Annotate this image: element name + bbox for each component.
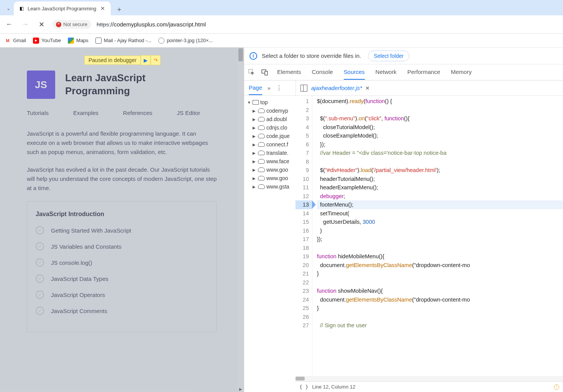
lesson-label: Getting Started With JavaScript: [51, 227, 131, 234]
file-tree: ▼ top ▶codemyp▶ad.doubl▶cdnjs.clo▶code.j…: [244, 96, 295, 392]
bookmarks-bar: MGmail YouTube Maps Mail - Ajay Rathod -…: [0, 34, 563, 48]
code-lines[interactable]: $(document).ready(function() { $(".sub-m…: [312, 96, 563, 376]
toggle-navigator-icon[interactable]: [300, 85, 307, 92]
not-secure-label: Not secure: [63, 21, 87, 27]
new-tab-button[interactable]: ＋: [113, 3, 125, 15]
nav-references[interactable]: References: [123, 110, 153, 116]
forward-button[interactable]: →: [20, 19, 31, 30]
tree-domain[interactable]: ▶connect.f: [246, 140, 294, 149]
stop-button[interactable]: ✕: [36, 19, 47, 30]
devtools-tab-elements[interactable]: Elements: [277, 65, 301, 80]
bookmark-mail[interactable]: Mail - Ajay Rathod -...: [95, 38, 151, 44]
tree-domain[interactable]: ▶codemyp: [246, 107, 294, 115]
lesson-label: JS console.log(): [51, 259, 92, 266]
tree-domain[interactable]: ▶www.gsta: [246, 182, 294, 191]
coverage-warning-icon[interactable]: !: [554, 384, 559, 390]
lesson-item[interactable]: Getting Started With JavaScript: [36, 226, 208, 235]
scroll-right-icon[interactable]: ▶: [238, 386, 244, 392]
tree-domain[interactable]: ▶www.goo: [246, 174, 294, 182]
back-button[interactable]: ←: [4, 19, 15, 30]
bookmark-gmail[interactable]: MGmail: [5, 38, 26, 44]
nav-tutorials[interactable]: Tutorials: [27, 110, 49, 116]
check-circle-icon: [36, 226, 44, 235]
step-over-icon: ↷: [154, 57, 158, 63]
mail-icon: [95, 38, 102, 44]
device-toggle-icon[interactable]: [261, 69, 269, 76]
youtube-icon: [33, 38, 39, 44]
tree-domain[interactable]: ▶cdnjs.clo: [246, 123, 294, 132]
resume-icon: ▶: [144, 57, 148, 63]
cloud-icon: [258, 151, 265, 155]
line-gutter[interactable]: 1234567891011121314151617181920212223242…: [295, 96, 312, 376]
tree-domain[interactable]: ▶ad.doubl: [246, 115, 294, 123]
nav-jseditor[interactable]: JS Editor: [177, 110, 200, 116]
page-vertical-scrollbar[interactable]: ▲ ▼: [238, 48, 244, 392]
cloud-icon: [258, 184, 265, 189]
cloud-icon: [258, 159, 265, 164]
devtools-tab-sources[interactable]: Sources: [344, 65, 365, 80]
tree-domain[interactable]: ▶code.jque: [246, 132, 294, 140]
tab-strip: ⌄ ◧ Learn JavaScript Programming ✕ ＋: [0, 0, 563, 15]
resume-button[interactable]: ▶: [141, 55, 151, 65]
bookmark-youtube[interactable]: YouTube: [33, 38, 61, 44]
nav-examples[interactable]: Examples: [73, 110, 98, 116]
page-viewport: Paused in debugger ▶ ↷ JS Learn JavaScri…: [0, 48, 244, 392]
js-logo: JS: [27, 71, 55, 99]
globe-icon: [158, 38, 164, 44]
kebab-menu-icon[interactable]: ⋮: [276, 84, 282, 92]
open-file-tab[interactable]: ajaxheaderfooter.js* ✕: [311, 85, 370, 91]
select-folder-button[interactable]: Select folder: [368, 51, 409, 61]
devtools-tabbar: ElementsConsoleSourcesNetworkPerformance…: [244, 64, 563, 80]
hscroll-thumb[interactable]: [295, 377, 305, 381]
tree-arrow-right-icon: ▶: [253, 185, 256, 189]
browser-tab[interactable]: ◧ Learn JavaScript Programming ✕: [14, 2, 111, 15]
sources-page-tab[interactable]: Page: [249, 81, 262, 95]
devtools-tab-console[interactable]: Console: [312, 65, 333, 80]
tree-arrow-right-icon: ▶: [253, 159, 256, 164]
tree-domain[interactable]: ▶www.face: [246, 157, 294, 166]
lesson-item[interactable]: JS console.log(): [36, 258, 208, 267]
devtools-tab-memory[interactable]: Memory: [451, 65, 472, 80]
more-tabs-icon[interactable]: »: [268, 85, 271, 91]
debugger-paused-label: Paused in debugger: [84, 56, 141, 65]
tree-domain[interactable]: ▶www.goo: [246, 166, 294, 174]
devtools-pane: i Select a folder to store override file…: [244, 48, 563, 392]
cloud-icon: [258, 125, 265, 130]
tree-arrow-right-icon: ▶: [253, 134, 256, 138]
check-circle-icon: [36, 290, 44, 299]
lesson-item[interactable]: JS Variables and Constants: [36, 242, 208, 251]
inspect-element-icon[interactable]: [248, 69, 256, 76]
cloud-icon: [258, 167, 265, 172]
code-horizontal-scrollbar[interactable]: [295, 376, 563, 381]
tree-domain[interactable]: ▶translate.: [246, 149, 294, 157]
bookmark-pointer[interactable]: pointer-3.jpg (120×...: [158, 38, 213, 44]
scroll-thumb[interactable]: [238, 48, 243, 61]
close-file-icon[interactable]: ✕: [365, 85, 370, 91]
page-nav: Tutorials Examples References JS Editor: [27, 110, 217, 116]
tree-arrow-right-icon: ▶: [253, 126, 256, 130]
tree-top[interactable]: ▼ top: [246, 98, 294, 107]
cloud-icon: [258, 108, 265, 113]
file-tab-name: ajaxheaderfooter.js*: [311, 85, 362, 91]
tree-arrow-right-icon: ▶: [253, 168, 256, 172]
pretty-print-icon[interactable]: { }: [299, 384, 308, 390]
devtools-tab-network[interactable]: Network: [376, 65, 397, 80]
devtools-tab-performance[interactable]: Performance: [407, 65, 440, 80]
tree-arrow-right-icon: ▶: [253, 117, 256, 121]
lesson-item[interactable]: JavaScript Data Types: [36, 274, 208, 283]
check-circle-icon: [36, 258, 44, 267]
bookmark-maps[interactable]: Maps: [68, 38, 89, 44]
check-circle-icon: [36, 242, 44, 251]
address-bar[interactable]: https://codemyplusplus.com/javascript.ht…: [97, 21, 206, 28]
code-area[interactable]: 1234567891011121314151617181920212223242…: [295, 96, 563, 376]
intro-paragraph-2: JavaScript has evolved a lot in the past…: [27, 165, 217, 193]
step-over-button[interactable]: ↷: [151, 55, 161, 65]
lesson-item[interactable]: JavaScript Comments: [36, 307, 208, 315]
gmail-icon: M: [5, 38, 11, 44]
security-chip[interactable]: Not secure: [52, 20, 91, 29]
lesson-item[interactable]: JavaScript Operators: [36, 290, 208, 299]
tabs-dropdown-icon[interactable]: ⌄: [3, 2, 14, 15]
tab-close-icon[interactable]: ✕: [99, 5, 106, 11]
maps-icon: [68, 38, 74, 44]
tree-arrow-right-icon: ▶: [253, 151, 256, 155]
